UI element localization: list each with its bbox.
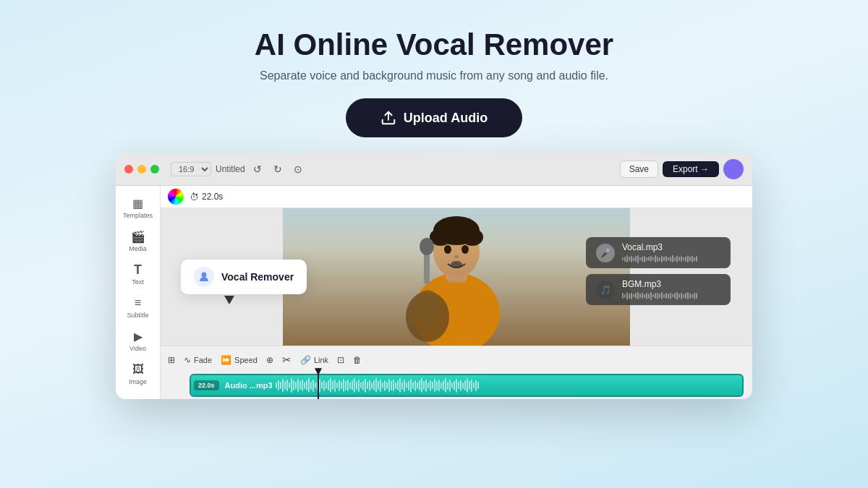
sidebar-item-media[interactable]: 🎬 Media — [119, 225, 157, 257]
redo-button[interactable]: ↻ — [270, 161, 286, 177]
bgm-track-info: BGM.mp3 — [622, 279, 720, 300]
vocal-waveform — [622, 254, 702, 263]
vocal-remover-label: Vocal Remover — [221, 271, 294, 283]
svg-point-16 — [202, 273, 207, 278]
svg-point-11 — [451, 261, 462, 268]
page-title: AI Online Vocal Remover — [255, 27, 613, 62]
time-value: 22.0s — [202, 192, 223, 202]
traffic-lights — [124, 165, 159, 174]
audio-clip[interactable]: 22.0s Audio ...mp3 — [190, 374, 744, 397]
time-display: ⏱ 22.0s — [190, 192, 223, 202]
user-avatar[interactable] — [723, 159, 744, 179]
app-window: 16:9 9:16 1:1 Untitled ↺ ↻ ⊙ Save Export… — [116, 153, 752, 399]
tl-tool-delete[interactable]: 🗑 — [353, 355, 362, 365]
minimize-button[interactable] — [137, 165, 146, 174]
upload-icon — [380, 110, 396, 126]
audio-tracks-panel: 🎤 Vocal.mp3 🎵 BGM.mp3 — [586, 237, 731, 305]
title-bar-middle: 16:9 9:16 1:1 Untitled ↺ ↻ ⊙ — [171, 161, 614, 177]
timeline-track-area: 22.0s Audio ...mp3 — [168, 374, 745, 399]
sidebar-label-media: Media — [129, 245, 147, 252]
vocal-track-icon: 🎤 — [596, 244, 615, 262]
vocal-track-info: Vocal.mp3 — [622, 242, 720, 263]
sidebar-label-subtitle: Subtitle — [127, 312, 148, 319]
sidebar-item-text[interactable]: T Text — [119, 258, 157, 290]
subtitle-icon: ≡ — [131, 296, 145, 310]
save-button[interactable]: Save — [620, 160, 658, 178]
vocal-track-card: 🎤 Vocal.mp3 — [586, 237, 731, 268]
audio-icon: ♪ — [131, 395, 145, 399]
canvas-area: Vocal Remover 🎤 Vocal.mp3 — [161, 208, 752, 346]
image-icon: 🖼 — [131, 362, 145, 377]
speed-label: Speed — [234, 356, 258, 364]
svg-point-15 — [414, 290, 441, 322]
svg-point-9 — [461, 245, 469, 254]
sidebar-label-video: Video — [129, 345, 146, 352]
vocal-track-name: Vocal.mp3 — [622, 242, 720, 252]
text-icon: T — [131, 262, 145, 277]
svg-point-10 — [454, 255, 459, 258]
color-wheel-icon[interactable] — [168, 189, 184, 205]
ratio-selector[interactable]: 16:9 9:16 1:1 — [171, 162, 211, 176]
maximize-button[interactable] — [150, 165, 159, 174]
close-button[interactable] — [124, 165, 133, 174]
media-icon: 🎬 — [131, 229, 145, 244]
sidebar-item-subtitle[interactable]: ≡ Subtitle — [119, 291, 157, 323]
tl-tool-fade[interactable]: ∿Fade — [184, 355, 212, 365]
video-thumbnail — [283, 208, 630, 346]
fade-label: Fade — [194, 356, 212, 364]
sidebar-label-templates: Templates — [123, 212, 153, 219]
tl-tool-loop[interactable]: ⊕ — [266, 355, 273, 365]
hero-section: AI Online Vocal Remover Separate voice a… — [0, 0, 868, 137]
tl-tool-link[interactable]: 🔗Link — [300, 355, 328, 365]
timeline-area: ⊞ ∿Fade ⏩Speed ⊕ ✂ 🔗Link ⊡ 🗑 22.0s Audio… — [161, 346, 752, 399]
main-area: ⏱ 22.0s — [161, 186, 752, 399]
timeline-toolbar: ⊞ ∿Fade ⏩Speed ⊕ ✂ 🔗Link ⊡ 🗑 — [168, 351, 745, 369]
bgm-waveform — [622, 291, 702, 300]
bgm-track-name: BGM.mp3 — [622, 279, 720, 289]
playhead[interactable] — [318, 368, 319, 399]
clip-duration-badge: 22.0s — [194, 380, 219, 390]
sidebar-item-video[interactable]: ▶ Video — [119, 325, 157, 356]
sidebar-item-templates[interactable]: ▦ Templates — [119, 192, 157, 223]
sidebar-label-text: Text — [132, 278, 144, 286]
sidebar-item-audio[interactable]: ♪ Audio — [119, 391, 157, 399]
sidebar-label-image: Image — [129, 378, 147, 385]
svg-point-13 — [420, 238, 434, 255]
clip-filename: Audio ...mp3 — [225, 381, 273, 390]
vocal-remover-popup: Vocal Remover — [181, 260, 307, 294]
tl-tool-cut[interactable]: ✂ — [282, 354, 292, 367]
hero-subtitle: Separate voice and background music from… — [260, 69, 608, 82]
undo-button[interactable]: ↺ — [250, 161, 265, 177]
bgm-track-card: 🎵 BGM.mp3 — [586, 274, 731, 305]
templates-icon: ▦ — [131, 196, 145, 210]
title-bar: 16:9 9:16 1:1 Untitled ↺ ↻ ⊙ Save Export… — [116, 153, 752, 186]
tl-tool-speed[interactable]: ⏩Speed — [221, 355, 258, 365]
link-label: Link — [314, 356, 328, 364]
bgm-track-icon: 🎵 — [596, 281, 615, 299]
upload-audio-button[interactable]: Upload Audio — [346, 98, 522, 137]
target-icon[interactable]: ⊙ — [290, 161, 306, 177]
person-svg — [283, 208, 630, 346]
tl-tool-grid[interactable]: ⊞ — [168, 355, 175, 365]
sidebar-item-image[interactable]: 🖼 Image — [119, 358, 157, 390]
person-image — [283, 208, 630, 346]
sidebar: ▦ Templates 🎬 Media T Text ≡ Subtitle ▶ … — [116, 186, 161, 399]
toolbar-strip: ⏱ 22.0s — [161, 186, 752, 208]
video-icon: ▶ — [131, 329, 145, 343]
export-button[interactable]: Export → — [663, 161, 719, 177]
title-bar-actions: Save Export → — [620, 159, 744, 179]
vocal-remover-icon — [194, 267, 214, 287]
svg-point-8 — [444, 245, 451, 254]
tl-tool-copy[interactable]: ⊡ — [337, 355, 344, 365]
clip-waveform — [273, 377, 742, 393]
app-body: ▦ Templates 🎬 Media T Text ≡ Subtitle ▶ … — [116, 186, 752, 399]
svg-point-7 — [461, 228, 483, 246]
project-name: Untitled — [216, 164, 245, 174]
cursor-arrow — [224, 296, 234, 304]
